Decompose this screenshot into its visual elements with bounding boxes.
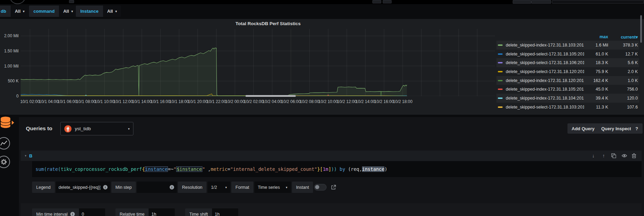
instant-toggle[interactable] (314, 184, 326, 191)
relative-time-input[interactable]: 1h (149, 208, 175, 216)
min-time-interval-label: Min time interval i (32, 208, 79, 216)
query-ref-id[interactable]: B (29, 153, 32, 158)
x-axis-tick: 10/2 12:00 (337, 99, 357, 104)
variable-command-label: command (29, 6, 59, 17)
x-axis-tick: 10/1 10:00 (95, 99, 114, 104)
series-current: 756.0 (608, 87, 638, 92)
caret-down-icon: ▾ (23, 10, 25, 13)
info-icon[interactable]: i (70, 212, 75, 216)
series-color-dash (498, 97, 503, 99)
database-icon (0, 116, 14, 129)
legend-row[interactable]: delete_skipped-index-172.31.18.120:20180… (496, 76, 639, 85)
move-query-down-icon[interactable]: ↓ (591, 153, 596, 158)
legend-row[interactable]: delete_skipped-index-172.31.18.103:20180… (496, 41, 639, 50)
series-max: 45.0 K (584, 87, 608, 92)
legend-row[interactable]: delete_skipped-index-172.31.18.105:20180… (496, 85, 639, 94)
series-color-dash (498, 44, 503, 46)
promql-query-input[interactable]: sum(rate(tikv_coprocessor_rocksdb_perf{i… (32, 161, 642, 177)
variable-db: db All▾ (0, 6, 29, 17)
duplicate-query-icon[interactable] (611, 153, 617, 158)
panel-title[interactable]: Total RocksDB Perf Statistics (0, 21, 536, 26)
caret-down-icon: ▾ (71, 10, 73, 13)
grafana-panel-editor: db All▾ command All▾ Instance All▾ Total… (0, 0, 644, 216)
legend-row[interactable]: delete_skipped-select-172.31.18.106:2018… (496, 58, 639, 67)
x-axis-tick: 10/1 04:00 (39, 99, 59, 104)
x-axis-tick: 10/1 02:00 (20, 99, 40, 104)
variable-instance-value-dropdown[interactable]: All▾ (103, 6, 121, 17)
x-axis-tick: 10/1 20:00 (188, 99, 208, 104)
datasource-picker[interactable]: yst_tidb ▾ (60, 122, 133, 135)
toolbar-button-fragment (372, 0, 381, 3)
variable-instance: Instance All▾ (76, 6, 121, 17)
relative-time-label: Relative time (115, 208, 149, 216)
rocksdb-perf-panel: Total RocksDB Perf Statistics 2.00 Mil1.… (0, 19, 644, 115)
variable-command-value-dropdown[interactable]: All▾ (59, 6, 77, 17)
y-axis-tick: 500 K (0, 78, 19, 84)
y-axis-tick: 2.00 Mil (0, 33, 19, 39)
resolution-select[interactable]: 1/2 ▾ (208, 182, 230, 193)
legend-sort-current[interactable]: current▾ (608, 34, 638, 40)
format-label: Format (231, 182, 253, 193)
panel-resize-handle[interactable] (245, 95, 296, 97)
tab-visualization[interactable] (0, 137, 10, 150)
min-step-label: Min step (111, 182, 136, 193)
x-axis-tick: 10/1 14:00 (132, 99, 152, 104)
series-name: delete_skipped-index-172.31.18.103:20180 (506, 43, 584, 48)
legend-row[interactable]: delete_skipped-select-172.31.18.120:2018… (496, 67, 639, 76)
series-color-dash (498, 71, 503, 72)
variable-filter-bar: db All▾ command All▾ Instance All▾ (0, 6, 644, 17)
info-icon[interactable]: i (103, 185, 108, 189)
variable-command: command All▾ (29, 6, 77, 17)
visualization-chart-icon (0, 137, 10, 150)
series-max: 61.0 K (584, 52, 608, 56)
info-icon[interactable]: i (170, 185, 174, 189)
x-axis-tick: 10/1 22:00 (207, 99, 226, 104)
delete-query-trash-icon[interactable] (632, 153, 637, 158)
time-series-plot[interactable] (21, 29, 495, 96)
series-max: 75.9 K (584, 69, 608, 74)
legend-row[interactable]: delete_skipped-index-172.31.18.104:20180… (496, 94, 639, 103)
external-link-icon[interactable] (331, 185, 336, 190)
tab-general[interactable] (0, 156, 10, 168)
panel-time-options-row: Min time interval i 0 Relative time 1h T… (32, 208, 238, 216)
caret-down-icon: ▾ (128, 127, 130, 131)
disable-query-eye-icon[interactable] (622, 154, 627, 158)
legend-row[interactable]: delete_skipped-select-172.31.18.105:2018… (496, 50, 639, 59)
queries-panel: Queries to yst_tidb ▾ Add Query Query In… (19, 117, 644, 216)
min-time-interval-input[interactable]: 0 (79, 208, 105, 216)
resolution-label: Resolution (178, 182, 207, 193)
legend-format-input[interactable]: delete_skipped-{{req}}-{{... i (56, 182, 110, 193)
series-area (21, 48, 407, 96)
series-color-dash (498, 53, 503, 55)
series-name: delete_skipped-index-172.31.18.105:20180 (506, 87, 584, 92)
add-query-button[interactable]: Add Query (567, 123, 598, 134)
x-axis-tick: 10/2 00:00 (225, 99, 245, 104)
variable-db-value-dropdown[interactable]: All▾ (11, 6, 29, 17)
toolbar-button-fragment (513, 0, 531, 4)
series-color-dash (498, 106, 503, 108)
series-name: delete_skipped-select-172.31.18.105:2018… (506, 52, 584, 56)
x-axis-tick: 10/1 12:00 (113, 99, 133, 104)
series-name: delete_skipped-select-172.31.18.120:2018… (506, 69, 584, 74)
x-axis-tick: 10/2 10:00 (318, 99, 338, 104)
tab-queries[interactable] (0, 116, 14, 129)
query-actions: ↓ ↑ (591, 153, 637, 158)
legend-row[interactable]: delete_skipped-select-172.31.18.103:2018… (496, 103, 639, 112)
legend-sort-max[interactable]: max (584, 34, 608, 39)
format-select[interactable]: Time series ▾ (254, 182, 291, 193)
toolbar-fragment (69, 0, 74, 3)
legend-table: maxcurrent▾delete_skipped-index-172.31.1… (496, 33, 639, 112)
legend-scrollbar[interactable] (640, 15, 642, 43)
series-current: 378.3 K (608, 43, 638, 48)
series-current: 5.6 K (608, 60, 638, 65)
series-name: delete_skipped-index-172.31.18.120:20180 (506, 78, 584, 83)
move-query-up-icon[interactable]: ↑ (601, 153, 606, 158)
min-step-input[interactable]: i (137, 182, 177, 193)
top-toolbar-clipped (0, 0, 644, 4)
x-axis-tick: 10/2 16:00 (374, 99, 394, 104)
collapse-caret-icon[interactable]: ▾ (25, 154, 27, 157)
help-button[interactable]: ? (631, 123, 643, 134)
time-shift-input[interactable]: 1h (212, 208, 238, 216)
series-max: 11.3 K (584, 105, 608, 110)
series-current: 107.6 (608, 105, 638, 110)
